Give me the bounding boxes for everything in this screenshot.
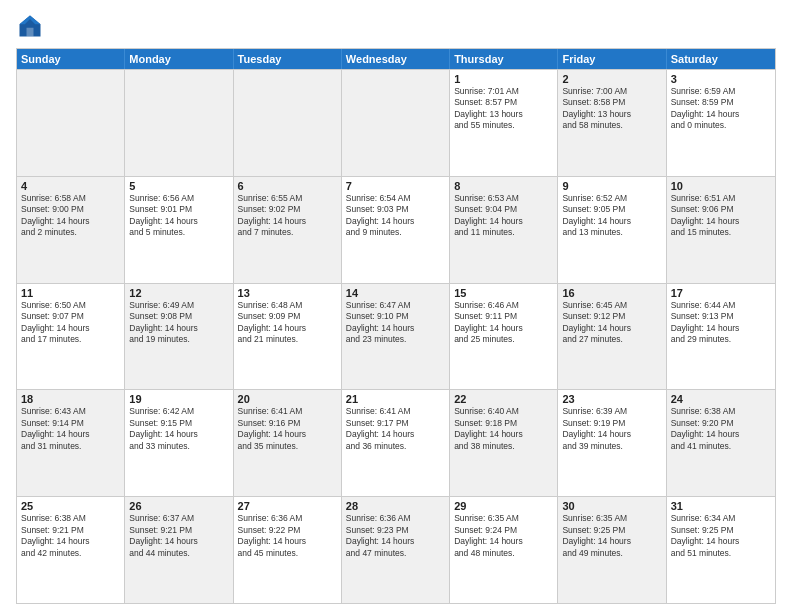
cell-line: Sunset: 9:25 PM: [562, 525, 661, 536]
cell-line: Sunset: 9:06 PM: [671, 204, 771, 215]
calendar-cell-3: 3Sunrise: 6:59 AMSunset: 8:59 PMDaylight…: [667, 70, 775, 176]
cell-line: Sunset: 9:14 PM: [21, 418, 120, 429]
cell-line: Daylight: 14 hours: [129, 323, 228, 334]
cell-line: Sunset: 9:11 PM: [454, 311, 553, 322]
cell-line: and 58 minutes.: [562, 120, 661, 131]
cell-line: and 25 minutes.: [454, 334, 553, 345]
cell-line: Sunrise: 6:43 AM: [21, 406, 120, 417]
cell-line: Sunset: 9:16 PM: [238, 418, 337, 429]
calendar-cell-empty-0-3: [342, 70, 450, 176]
cell-line: Sunrise: 6:50 AM: [21, 300, 120, 311]
calendar-cell-12: 12Sunrise: 6:49 AMSunset: 9:08 PMDayligh…: [125, 284, 233, 390]
cell-line: Sunset: 9:07 PM: [21, 311, 120, 322]
calendar-cell-9: 9Sunrise: 6:52 AMSunset: 9:05 PMDaylight…: [558, 177, 666, 283]
day-number: 15: [454, 287, 553, 299]
header-day-monday: Monday: [125, 49, 233, 69]
day-number: 24: [671, 393, 771, 405]
cell-line: and 29 minutes.: [671, 334, 771, 345]
calendar-cell-28: 28Sunrise: 6:36 AMSunset: 9:23 PMDayligh…: [342, 497, 450, 603]
cell-line: and 15 minutes.: [671, 227, 771, 238]
cell-line: and 39 minutes.: [562, 441, 661, 452]
day-number: 17: [671, 287, 771, 299]
page: SundayMondayTuesdayWednesdayThursdayFrid…: [0, 0, 792, 612]
cell-line: Sunset: 8:59 PM: [671, 97, 771, 108]
calendar-cell-10: 10Sunrise: 6:51 AMSunset: 9:06 PMDayligh…: [667, 177, 775, 283]
day-number: 19: [129, 393, 228, 405]
cell-line: Sunset: 9:22 PM: [238, 525, 337, 536]
calendar-cell-26: 26Sunrise: 6:37 AMSunset: 9:21 PMDayligh…: [125, 497, 233, 603]
cell-line: and 31 minutes.: [21, 441, 120, 452]
day-number: 25: [21, 500, 120, 512]
cell-line: Sunset: 9:13 PM: [671, 311, 771, 322]
cell-line: Sunset: 9:05 PM: [562, 204, 661, 215]
cell-line: Sunset: 9:02 PM: [238, 204, 337, 215]
calendar-cell-13: 13Sunrise: 6:48 AMSunset: 9:09 PMDayligh…: [234, 284, 342, 390]
cell-line: Sunrise: 6:37 AM: [129, 513, 228, 524]
cell-line: Sunrise: 6:39 AM: [562, 406, 661, 417]
cell-line: and 41 minutes.: [671, 441, 771, 452]
cell-line: Sunset: 9:19 PM: [562, 418, 661, 429]
cell-line: and 9 minutes.: [346, 227, 445, 238]
calendar-cell-24: 24Sunrise: 6:38 AMSunset: 9:20 PMDayligh…: [667, 390, 775, 496]
cell-line: Daylight: 14 hours: [238, 323, 337, 334]
cell-line: Daylight: 14 hours: [21, 536, 120, 547]
header-day-thursday: Thursday: [450, 49, 558, 69]
cell-line: Daylight: 14 hours: [671, 323, 771, 334]
day-number: 13: [238, 287, 337, 299]
cell-line: Daylight: 14 hours: [671, 216, 771, 227]
calendar-cell-29: 29Sunrise: 6:35 AMSunset: 9:24 PMDayligh…: [450, 497, 558, 603]
cell-line: Sunrise: 6:44 AM: [671, 300, 771, 311]
cell-line: Sunrise: 6:47 AM: [346, 300, 445, 311]
calendar-row-3: 18Sunrise: 6:43 AMSunset: 9:14 PMDayligh…: [17, 389, 775, 496]
cell-line: Sunrise: 6:45 AM: [562, 300, 661, 311]
calendar-cell-22: 22Sunrise: 6:40 AMSunset: 9:18 PMDayligh…: [450, 390, 558, 496]
cell-line: and 23 minutes.: [346, 334, 445, 345]
cell-line: Daylight: 14 hours: [238, 536, 337, 547]
cell-line: and 0 minutes.: [671, 120, 771, 131]
cell-line: Sunrise: 6:52 AM: [562, 193, 661, 204]
day-number: 26: [129, 500, 228, 512]
cell-line: and 13 minutes.: [562, 227, 661, 238]
cell-line: Sunrise: 6:58 AM: [21, 193, 120, 204]
cell-line: Daylight: 14 hours: [562, 216, 661, 227]
cell-line: Sunset: 9:23 PM: [346, 525, 445, 536]
day-number: 22: [454, 393, 553, 405]
cell-line: Sunset: 9:20 PM: [671, 418, 771, 429]
cell-line: Sunset: 9:24 PM: [454, 525, 553, 536]
logo-icon: [16, 12, 44, 40]
cell-line: Sunrise: 6:55 AM: [238, 193, 337, 204]
day-number: 6: [238, 180, 337, 192]
cell-line: Daylight: 14 hours: [129, 216, 228, 227]
cell-line: Sunrise: 6:34 AM: [671, 513, 771, 524]
cell-line: Daylight: 14 hours: [346, 323, 445, 334]
calendar-row-2: 11Sunrise: 6:50 AMSunset: 9:07 PMDayligh…: [17, 283, 775, 390]
day-number: 28: [346, 500, 445, 512]
cell-line: Daylight: 14 hours: [562, 536, 661, 547]
cell-line: and 48 minutes.: [454, 548, 553, 559]
cell-line: Sunset: 9:08 PM: [129, 311, 228, 322]
calendar-cell-8: 8Sunrise: 6:53 AMSunset: 9:04 PMDaylight…: [450, 177, 558, 283]
day-number: 3: [671, 73, 771, 85]
cell-line: Daylight: 13 hours: [454, 109, 553, 120]
cell-line: Daylight: 14 hours: [129, 429, 228, 440]
cell-line: Sunrise: 6:38 AM: [671, 406, 771, 417]
calendar-cell-empty-0-2: [234, 70, 342, 176]
day-number: 11: [21, 287, 120, 299]
cell-line: Daylight: 14 hours: [562, 323, 661, 334]
day-number: 1: [454, 73, 553, 85]
day-number: 27: [238, 500, 337, 512]
cell-line: Sunrise: 6:35 AM: [454, 513, 553, 524]
cell-line: and 36 minutes.: [346, 441, 445, 452]
cell-line: Daylight: 14 hours: [454, 216, 553, 227]
day-number: 7: [346, 180, 445, 192]
calendar-cell-14: 14Sunrise: 6:47 AMSunset: 9:10 PMDayligh…: [342, 284, 450, 390]
cell-line: Sunrise: 6:56 AM: [129, 193, 228, 204]
calendar-body: 1Sunrise: 7:01 AMSunset: 8:57 PMDaylight…: [17, 69, 775, 603]
cell-line: Sunset: 9:09 PM: [238, 311, 337, 322]
cell-line: and 44 minutes.: [129, 548, 228, 559]
cell-line: Sunset: 9:21 PM: [129, 525, 228, 536]
calendar-cell-empty-0-0: [17, 70, 125, 176]
calendar-cell-16: 16Sunrise: 6:45 AMSunset: 9:12 PMDayligh…: [558, 284, 666, 390]
header-day-tuesday: Tuesday: [234, 49, 342, 69]
cell-line: Sunrise: 6:49 AM: [129, 300, 228, 311]
